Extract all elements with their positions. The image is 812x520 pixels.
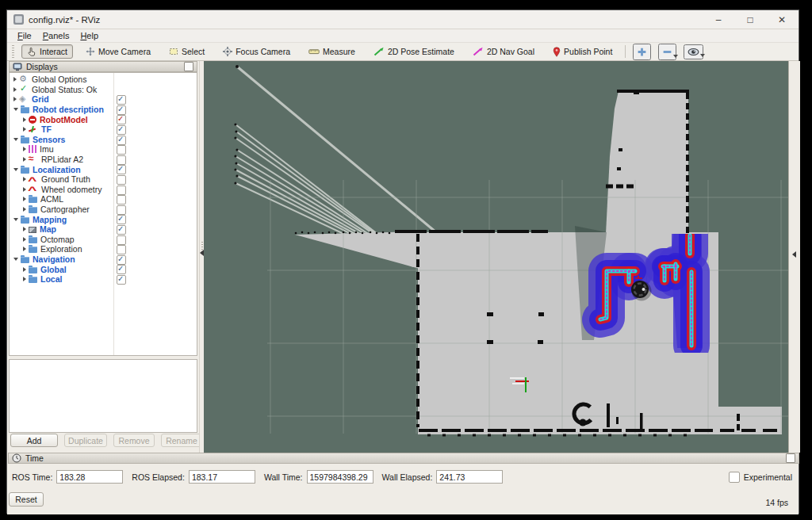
display-row-robotmodel[interactable]: RobotModel [10,114,197,124]
ros-time-input[interactable] [56,470,123,484]
remove-tool-button[interactable] [658,44,676,60]
display-checkbox[interactable] [117,136,126,145]
add-button[interactable]: Add [10,434,58,447]
close-button[interactable]: ✕ [776,14,787,25]
display-checkbox[interactable] [117,155,126,165]
display-checkbox[interactable] [117,215,126,224]
display-checkbox[interactable] [117,275,126,285]
duplicate-button[interactable]: Duplicate [64,434,107,447]
display-row-map[interactable]: Map [10,224,197,235]
display-checkbox[interactable] [117,235,126,245]
title-bar[interactable]: config.rviz* - RViz – □ ✕ [7,10,799,29]
display-checkbox[interactable] [117,165,126,174]
tool-focus-camera[interactable]: Focus Camera [217,44,296,59]
display-row-acml[interactable]: ACML [10,194,197,205]
collapse-arrow-icon[interactable] [13,218,18,221]
displays-panel-header[interactable]: Displays [9,61,197,72]
display-row-imu[interactable]: Imu [10,144,197,155]
property-box[interactable] [9,359,197,433]
display-checkbox[interactable] [117,225,126,235]
tool-2d-nav-goal[interactable]: 2D Nav Goal [467,44,540,59]
display-checkbox[interactable] [117,205,126,215]
tool-visibility-button[interactable] [684,44,703,59]
display-row-wheel-odometry[interactable]: Wheel odometry [10,185,197,195]
expand-arrow-icon[interactable] [13,77,17,82]
display-checkbox[interactable] [117,265,126,274]
collapse-arrow-icon[interactable] [13,168,18,171]
menu-file[interactable]: File [12,30,37,41]
expand-arrow-icon[interactable] [13,87,17,92]
float-panel-button[interactable] [184,62,193,71]
display-row-cartographer[interactable]: Cartographer [10,205,197,215]
expand-arrow-icon[interactable] [23,227,26,231]
tool-2d-pose-estimate[interactable]: 2D Pose Estimate [368,44,460,59]
displays-tree[interactable]: Global Options Global Status: Ok Grid Ro… [9,72,197,356]
tool-publish-point[interactable]: Publish Point [547,44,618,59]
display-checkbox[interactable] [117,175,126,185]
menu-panels[interactable]: Panels [37,30,75,41]
expand-arrow-icon[interactable] [23,207,26,212]
display-checkbox[interactable] [117,105,126,115]
experimental-checkbox[interactable] [729,472,740,483]
wall-elapsed-input[interactable] [436,470,503,484]
display-row-ground-truth[interactable]: Ground Truth [10,174,197,185]
expand-arrow-icon[interactable] [23,267,26,272]
display-checkbox[interactable] [117,95,126,105]
menu-help[interactable]: Help [75,30,104,41]
display-row-rplidar[interactable]: RPLidar A2 [10,155,197,165]
display-label: Imu [40,144,54,154]
expand-arrow-icon[interactable] [13,97,17,101]
expand-arrow-icon[interactable] [23,127,26,132]
expand-arrow-icon[interactable] [23,187,26,192]
expand-arrow-icon[interactable] [23,147,26,151]
display-row-octomap[interactable]: Octomap [10,235,197,245]
collapse-arrow-icon[interactable] [13,258,18,261]
display-checkbox[interactable] [117,185,126,195]
remove-button[interactable]: Remove [113,434,155,447]
display-row-navigation[interactable]: Navigation [10,254,197,265]
display-checkbox[interactable] [117,255,126,265]
expand-arrow-icon[interactable] [23,237,26,242]
collapse-arrow-icon[interactable] [13,108,18,111]
display-checkbox[interactable] [117,145,126,155]
expand-arrow-icon[interactable] [23,117,26,122]
tool-select[interactable]: Select [163,44,210,59]
display-checkbox[interactable] [117,195,126,205]
float-panel-button[interactable] [786,453,795,463]
display-row-exploration[interactable]: Exploration [10,244,197,254]
ros-elapsed-input[interactable] [189,470,255,484]
expand-arrow-icon[interactable] [23,247,26,251]
display-row-global-options[interactable]: Global Options [10,75,197,85]
reset-button[interactable]: Reset [9,492,44,507]
maximize-button[interactable]: □ [745,14,756,25]
display-row-robot-description[interactable]: Robot description [10,105,197,115]
display-checkbox[interactable] [117,125,126,135]
expand-arrow-icon[interactable] [23,197,26,201]
display-row-local[interactable]: Local [10,274,197,285]
display-row-global-status[interactable]: Global Status: Ok [10,85,197,95]
display-row-localization[interactable]: Localization [10,164,197,174]
display-checkbox[interactable] [117,245,126,254]
expand-arrow-icon[interactable] [23,277,26,281]
time-panel-header[interactable]: Time [8,453,799,464]
display-checkbox[interactable] [117,115,126,124]
wall-time-input[interactable] [307,470,373,484]
collapse-arrow-icon[interactable] [13,138,18,141]
rename-button[interactable]: Rename [161,434,202,447]
toolbar-grip[interactable] [12,45,14,58]
expand-right-panel-arrow-icon[interactable] [792,251,796,258]
display-row-global[interactable]: Global [10,264,197,274]
tool-move-camera[interactable]: Move Camera [80,44,156,59]
tool-measure[interactable]: Measure [303,44,361,59]
add-tool-button[interactable] [633,44,651,60]
tool-interact[interactable]: Interact [21,44,73,59]
expand-arrow-icon[interactable] [23,157,26,162]
display-row-tf[interactable]: TF [10,124,197,135]
minimize-button[interactable]: – [713,14,724,25]
expand-arrow-icon[interactable] [23,177,26,182]
display-row-grid[interactable]: Grid [10,94,197,105]
display-row-sensors[interactable]: Sensors [10,135,197,145]
right-panel-strip[interactable] [788,61,800,453]
display-row-mapping[interactable]: Mapping [10,214,197,224]
3d-viewport[interactable] [204,61,788,453]
